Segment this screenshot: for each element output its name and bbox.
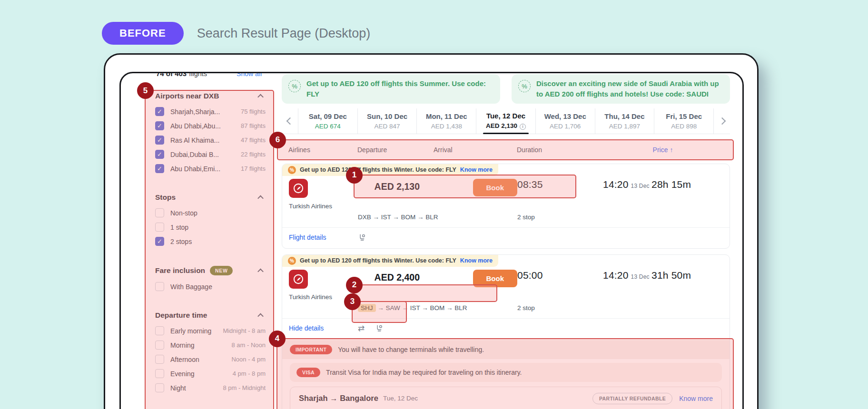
filter-section-title: Fare inclusion <box>155 266 205 275</box>
filter-checkbox-row[interactable]: Afternoon Noon - 4 pm <box>155 355 267 364</box>
seat-selection-icon[interactable] <box>358 234 366 242</box>
filter-checkbox-row[interactable]: Non-stop <box>155 208 267 217</box>
checkbox-unchecked-icon[interactable] <box>155 383 164 392</box>
hide-details-link[interactable]: Hide details <box>289 324 358 332</box>
checkbox-unchecked-icon[interactable] <box>155 341 164 350</box>
checkbox-label: Morning <box>170 341 195 349</box>
filter-checkbox-row[interactable]: Dubai,Dubai B... 22 flights <box>155 150 267 159</box>
chevron-up-icon[interactable] <box>257 268 264 274</box>
mockup-header: BEFORE Search Result Page (Desktop) <box>102 22 370 45</box>
date-tab-sun-10[interactable]: Sun, 10 Dec AED 847 <box>357 108 417 134</box>
date-tab-price: AED 847 <box>375 123 400 130</box>
checkbox-unchecked-icon[interactable] <box>155 369 164 378</box>
airline-name: Turkish Airlines <box>289 293 358 301</box>
checkbox-checked-icon[interactable] <box>155 107 164 116</box>
arrival-time: 14:2013 Dec <box>603 179 651 190</box>
know-more-link[interactable]: Know more <box>679 395 713 402</box>
stops-label: 2 stop <box>517 214 603 221</box>
filter-checkbox-row[interactable]: Abu Dhabi,Abu... 87 flights <box>155 121 267 130</box>
filter-section-header[interactable]: Airports near DXB <box>155 92 267 100</box>
filter-section-header[interactable]: Fare inclusion NEW <box>155 266 267 275</box>
arrival-date: 13 Dec <box>631 183 650 189</box>
expanded-details: IMPORTANT You will have to change termin… <box>282 340 730 409</box>
flight-details-link[interactable]: Flight details <box>289 234 358 241</box>
date-tab-label: Thu, 14 Dec <box>604 112 644 120</box>
next-dates-button[interactable] <box>714 108 730 134</box>
card-promo-text: Get up to AED 120 off flights this Winte… <box>300 166 456 173</box>
checkbox-unchecked-icon[interactable] <box>155 282 164 291</box>
browser-frame-outer: 74 of 403 flights Show all Airports near… <box>104 53 759 409</box>
show-all-link[interactable]: Show all <box>237 72 262 78</box>
departure-time: 08:35 <box>517 179 603 190</box>
checkbox-count: 47 flights <box>241 136 267 144</box>
results-table-header: Airlines Departure Arrival Duration Pric… <box>282 141 730 159</box>
date-tab-mon-11[interactable]: Mon, 11 Dec AED 1,438 <box>416 108 476 134</box>
info-icon[interactable]: i <box>520 124 526 130</box>
chevron-up-icon[interactable] <box>257 313 264 319</box>
seat-selection-icon[interactable] <box>375 324 383 332</box>
chevron-up-icon[interactable] <box>257 94 264 100</box>
checkbox-unchecked-icon[interactable] <box>155 326 164 335</box>
segment-card: Sharjah → Bangalore Tue, 12 Dec PARTIALL… <box>290 387 722 409</box>
promo-banners-row: % Get up to AED 120 off flights this Sum… <box>282 74 730 104</box>
checkbox-label: Abu Dhabi,Abu... <box>170 122 221 130</box>
promo-banner-saudi[interactable]: % Discover an exciting new side of Saudi… <box>512 74 730 104</box>
date-tab-label: Wed, 13 Dec <box>544 112 586 120</box>
know-more-link[interactable]: Know more <box>460 166 493 173</box>
card-promo-text: Get up to AED 120 off flights this Winte… <box>300 257 456 264</box>
checkbox-count: 17 flights <box>241 165 267 172</box>
annotation-canvas: BEFORE Search Result Page (Desktop) 74 o… <box>0 0 868 409</box>
checkbox-checked-icon[interactable] <box>155 164 164 173</box>
promo-banner-summer[interactable]: % Get up to AED 120 off flights this Sum… <box>282 74 500 104</box>
filter-checkbox-row[interactable]: 1 stop <box>155 223 267 232</box>
col-price-sort[interactable]: Price ↑ <box>602 146 723 154</box>
book-button[interactable]: Book <box>473 270 518 287</box>
change-airport-icon[interactable]: ⇄ <box>358 324 365 332</box>
checkbox-unchecked-icon[interactable] <box>155 355 164 364</box>
filter-checkbox-row[interactable]: 2 stops <box>155 237 267 246</box>
filter-checkbox-row[interactable]: Ras Al Khaima... 47 flights <box>155 136 267 145</box>
segment-header: Sharjah → Bangalore Tue, 12 Dec PARTIALL… <box>290 387 721 409</box>
checkbox-unchecked-icon[interactable] <box>155 223 164 232</box>
filter-section-stops: Stops Non-stop 1 stop <box>155 193 267 246</box>
date-tab-thu-14[interactable]: Thu, 14 Dec AED 1,897 <box>595 108 654 134</box>
card-promo-strip: % Get up to AED 120 off flights this Win… <box>282 255 498 267</box>
book-button[interactable]: Book <box>473 179 518 196</box>
filter-checkbox-row[interactable]: Evening 4 pm - 8 pm <box>155 369 267 378</box>
sort-up-icon: ↑ <box>670 146 673 154</box>
filters-region: Airports near DXB Sharjah,Sharja... 75 f… <box>145 83 274 409</box>
route-path: SHJ → SAW → IST → BOM → BLR <box>358 304 517 312</box>
visa-badge: VISA <box>296 368 320 377</box>
filter-section-header[interactable]: Departure time <box>155 311 267 320</box>
date-tab-fri-15[interactable]: Fri, 15 Dec AED 898 <box>654 108 714 134</box>
time-range-label: 4 pm - 8 pm <box>233 370 267 377</box>
date-tab-wed-13[interactable]: Wed, 13 Dec AED 1,706 <box>535 108 595 134</box>
date-tab-label: Fri, 15 Dec <box>666 112 702 120</box>
filter-checkbox-row[interactable]: Sharjah,Sharja... 75 flights <box>155 107 267 116</box>
airline-name: Turkish Airlines <box>289 203 358 210</box>
know-more-link[interactable]: Know more <box>460 257 493 264</box>
checkbox-checked-icon[interactable] <box>155 150 164 159</box>
before-badge: BEFORE <box>102 22 184 45</box>
filter-checkbox-row[interactable]: Abu Dhabi,Emi... 17 flights <box>155 164 267 173</box>
filter-checkbox-row[interactable]: With Baggage <box>155 282 267 291</box>
important-text: You will have to change terminals while … <box>338 346 484 353</box>
filter-checkbox-row[interactable]: Morning 8 am - Noon <box>155 341 267 350</box>
filter-checkbox-row[interactable]: Night 8 pm - Midnight <box>155 383 267 392</box>
checkbox-checked-icon[interactable] <box>155 121 164 130</box>
col-duration: Duration <box>517 146 602 154</box>
arrival-date: 13 Dec <box>631 273 650 280</box>
results-count-row: 74 of 403 flights Show all <box>156 72 262 78</box>
checkbox-checked-icon[interactable] <box>155 237 164 246</box>
chevron-up-icon[interactable] <box>257 195 264 201</box>
chevron-left-icon <box>286 117 294 125</box>
date-tab-sat-09[interactable]: Sat, 09 Dec AED 674 <box>298 108 357 134</box>
checkbox-checked-icon[interactable] <box>155 136 164 145</box>
prev-dates-button[interactable] <box>282 108 298 134</box>
filter-section-header[interactable]: Stops <box>155 193 267 202</box>
date-tab-label: Tue, 12 Dec <box>486 112 525 120</box>
date-tab-price: AED 674 <box>315 123 341 130</box>
filter-checkbox-row[interactable]: Early morning Midnight - 8 am <box>155 326 267 335</box>
date-tab-tue-12-selected[interactable]: Tue, 12 Dec AED 2,130i <box>476 108 535 134</box>
checkbox-unchecked-icon[interactable] <box>155 208 164 217</box>
